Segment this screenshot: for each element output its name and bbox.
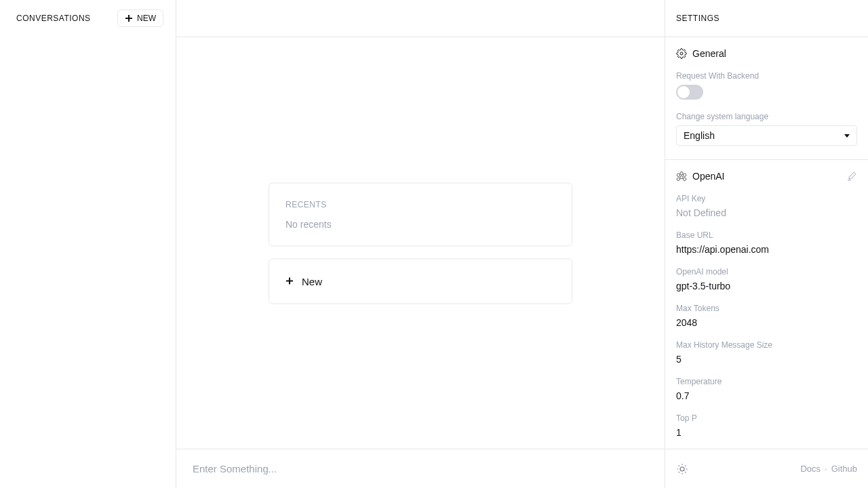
general-title: General [692, 48, 726, 59]
max-history-value: 5 [676, 354, 857, 365]
message-input-bar [176, 449, 665, 488]
openai-section: OpenAI API Key Not Defined Base URL http… [665, 160, 868, 449]
plus-icon [125, 14, 133, 22]
temperature-label: Temperature [676, 377, 857, 386]
api-key-label: API Key [676, 194, 857, 203]
model-value: gpt-3.5-turbo [676, 281, 857, 291]
main-header-spacer [176, 0, 665, 37]
new-button-label: NEW [137, 14, 156, 23]
base-url-label: Base URL [676, 230, 857, 240]
max-tokens-value: 2048 [676, 317, 857, 328]
message-input[interactable] [193, 463, 648, 474]
request-backend-toggle[interactable] [676, 85, 703, 100]
conversations-title: CONVERSATIONS [16, 14, 91, 23]
general-section: General Request With Backend Change syst… [665, 37, 868, 160]
new-card-label: New [302, 275, 322, 287]
recents-card: RECENTS No recents [269, 182, 572, 246]
chevron-down-icon [844, 134, 850, 138]
recents-empty-text: No recents [285, 218, 555, 229]
temperature-value: 0.7 [676, 390, 857, 401]
language-label: Change system language [676, 112, 857, 121]
language-select[interactable]: English [676, 125, 857, 146]
plus-icon [285, 277, 294, 285]
gear-icon [676, 48, 687, 59]
settings-footer: Docs · Github [665, 449, 868, 488]
new-conversation-button[interactable]: NEW [117, 9, 163, 27]
svg-point-0 [680, 52, 683, 55]
svg-point-1 [680, 467, 684, 471]
openai-icon [676, 171, 687, 182]
openai-title: OpenAI [692, 171, 724, 182]
separator-dot: · [825, 464, 827, 474]
settings-title: SETTINGS [676, 14, 719, 23]
conversations-sidebar: CONVERSATIONS NEW [0, 0, 176, 488]
api-key-value: Not Defined [676, 207, 857, 218]
request-backend-label: Request With Backend [676, 71, 857, 81]
docs-link[interactable]: Docs [800, 464, 821, 474]
main-panel: RECENTS No recents New [176, 0, 665, 488]
base-url-value: https://api.openai.com [676, 244, 857, 255]
github-link[interactable]: Github [831, 464, 857, 474]
max-history-label: Max History Message Size [676, 340, 857, 350]
top-p-label: Top P [676, 413, 857, 423]
edit-icon[interactable] [846, 171, 857, 182]
new-conversation-card[interactable]: New [269, 258, 572, 304]
top-p-value: 1 [676, 427, 857, 438]
model-label: OpenAI model [676, 267, 857, 277]
recents-label: RECENTS [285, 199, 555, 209]
settings-sidebar: SETTINGS General Request With Backend [665, 0, 868, 488]
language-value: English [684, 130, 715, 141]
sun-icon[interactable] [676, 463, 688, 475]
max-tokens-label: Max Tokens [676, 304, 857, 313]
